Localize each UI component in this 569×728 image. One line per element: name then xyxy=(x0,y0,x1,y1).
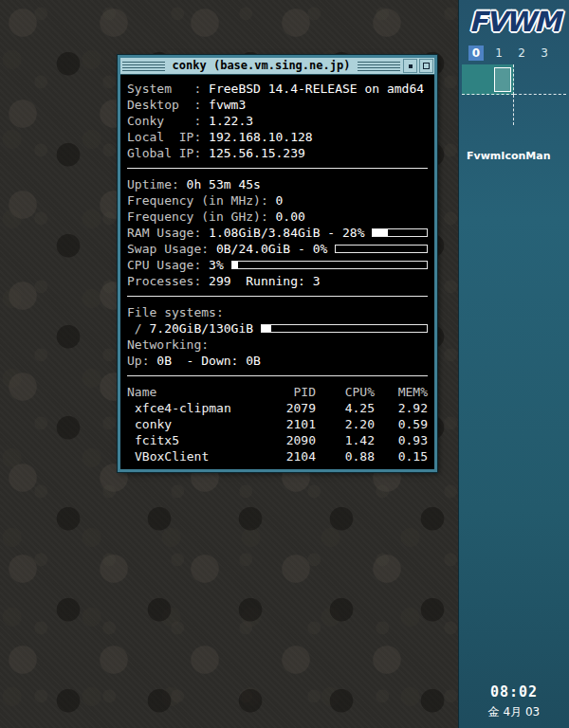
fvwm-logo: FVWM xyxy=(459,6,569,38)
ram-usage-line: RAM Usage: 1.08GiB/3.84GiB - 28% xyxy=(127,225,428,241)
pager-page-3[interactable] xyxy=(514,95,566,125)
table-row: xfce4-clipman 2079 4.25 2.92 xyxy=(127,400,428,416)
desktop-line: Desktop : fvwm3 xyxy=(127,97,428,113)
fvwm-iconman[interactable]: FvwmIconMan xyxy=(467,150,569,162)
ram-bar xyxy=(372,228,428,237)
iconify-button[interactable] xyxy=(403,59,417,73)
cpu-bar xyxy=(231,261,428,269)
conky-window[interactable]: conky (base.vm.sing.ne.jp) System : Free… xyxy=(118,55,437,472)
system-line: System : FreeBSD 14.4-RELEASE on amd64 xyxy=(127,81,428,97)
table-row: VBoxClient 2104 0.88 0.15 xyxy=(127,448,428,464)
desk-button-2[interactable]: 2 xyxy=(514,46,529,61)
table-row: fcitx5 2090 1.42 0.93 xyxy=(127,432,428,448)
conky-titlebar[interactable]: conky (base.vm.sing.ne.jp) xyxy=(120,58,434,75)
clock-date: 金 4月 03 xyxy=(459,704,569,720)
fvwm-pager[interactable] xyxy=(462,64,566,125)
global-ip-line: Global IP: 125.56.15.239 xyxy=(127,145,428,161)
processes-line: Processes: 299 Running: 3 xyxy=(127,273,428,289)
cpu-usage-line: CPU Usage: 3% xyxy=(127,257,428,273)
maximize-button[interactable] xyxy=(419,59,433,73)
pager-page-0[interactable] xyxy=(462,64,514,95)
freq-ghz-line: Frequency (in GHz): 0.00 xyxy=(127,209,428,225)
swap-bar xyxy=(335,245,428,253)
networking-heading: Networking: xyxy=(127,337,428,353)
clock-time: 08:02 xyxy=(459,683,569,701)
titlebar-grip-right[interactable] xyxy=(358,60,400,72)
titlebar-grip-left[interactable] xyxy=(122,60,165,72)
clock: 08:02 金 4月 03 xyxy=(459,683,569,720)
maximize-icon xyxy=(423,63,430,69)
process-table-header: Name PID CPU% MEM% xyxy=(127,384,428,400)
separator xyxy=(127,168,428,169)
fs-bar xyxy=(261,324,428,333)
separator xyxy=(127,375,428,376)
pager-desk-labels: 0 1 2 3 xyxy=(459,38,569,63)
desktop: conky (base.vm.sing.ne.jp) System : Free… xyxy=(0,0,569,728)
fvwm-panel: FVWM 0 1 2 3 FvwmIconMan 08:02 金 4月 03 xyxy=(458,0,569,728)
window-title: conky (base.vm.sing.ne.jp) xyxy=(167,58,357,74)
table-row: conky 2101 2.20 0.59 xyxy=(127,416,428,432)
swap-usage-line: Swap Usage: 0B/24.0GiB - 0% xyxy=(127,241,428,257)
local-ip-line: Local IP: 192.168.10.128 xyxy=(127,129,428,145)
conky-content: System : FreeBSD 14.4-RELEASE on amd64 D… xyxy=(120,75,434,470)
updown-line: Up: 0B - Down: 0B xyxy=(127,353,428,369)
iconify-icon xyxy=(409,64,413,68)
root-fs-line: / 7.20GiB/130GiB xyxy=(127,320,428,337)
filesystems-heading: File systems: xyxy=(127,304,428,320)
pager-page-1[interactable] xyxy=(514,64,566,95)
desk-button-0[interactable]: 0 xyxy=(468,46,484,61)
pager-page-2[interactable] xyxy=(462,95,514,125)
desk-button-3[interactable]: 3 xyxy=(537,46,552,61)
separator xyxy=(127,296,428,297)
conky-version-line: Conky : 1.22.3 xyxy=(127,113,428,129)
freq-mhz-line: Frequency (in MHz): 0 xyxy=(127,192,428,209)
desk-button-1[interactable]: 1 xyxy=(491,46,506,61)
uptime-line: Uptime: 0h 53m 45s xyxy=(127,176,428,192)
pager-window-thumbnail[interactable] xyxy=(494,67,511,92)
